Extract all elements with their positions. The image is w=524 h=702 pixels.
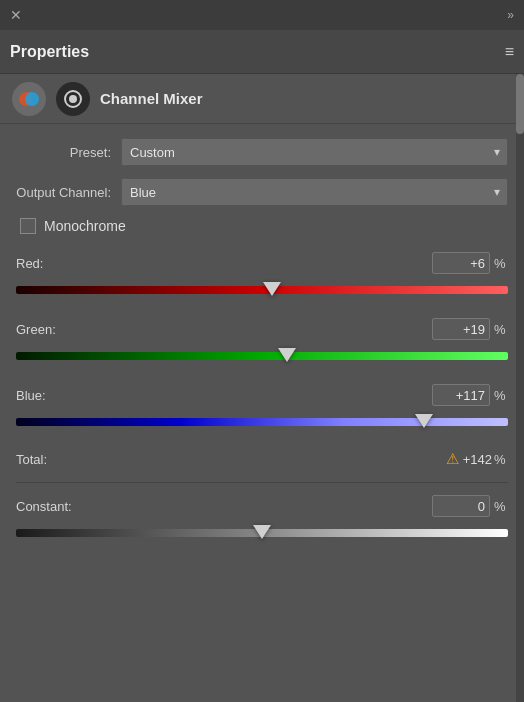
red-slider-track-container[interactable]: [16, 278, 508, 308]
svg-point-1: [25, 92, 39, 106]
total-label: Total:: [16, 452, 446, 467]
green-track: [16, 352, 508, 360]
output-channel-select-wrapper: Red Green Blue ▾: [121, 178, 508, 206]
output-channel-select[interactable]: Red Green Blue: [121, 178, 508, 206]
panel-title: Properties: [10, 43, 89, 61]
red-slider-header: Red: %: [16, 252, 508, 274]
green-value-input[interactable]: [432, 318, 490, 340]
green-label: Green:: [16, 322, 432, 337]
red-slider-section: Red: %: [16, 252, 508, 308]
warning-icon: ⚠: [446, 450, 459, 468]
constant-thumb[interactable]: [253, 525, 271, 539]
monochrome-checkbox[interactable]: [20, 218, 36, 234]
constant-percent: %: [494, 499, 508, 514]
title-bar: ✕ »: [0, 0, 524, 30]
blue-value-input[interactable]: [432, 384, 490, 406]
main-content: Preset: Custom Default ▾ Output Channel:…: [0, 124, 524, 575]
blue-percent: %: [494, 388, 508, 403]
red-label: Red:: [16, 256, 432, 271]
divider: [16, 482, 508, 483]
preset-row: Preset: Custom Default ▾: [16, 138, 508, 166]
blue-slider-track-container[interactable]: [16, 410, 508, 440]
red-value-input[interactable]: [432, 252, 490, 274]
channel-mixer-icon-1: [12, 82, 46, 116]
scroll-thumb[interactable]: [516, 74, 524, 134]
menu-icon[interactable]: ≡: [505, 43, 514, 61]
preset-select[interactable]: Custom Default: [121, 138, 508, 166]
preset-select-wrapper: Custom Default ▾: [121, 138, 508, 166]
preset-label: Preset:: [16, 145, 121, 160]
double-arrow-icon[interactable]: »: [507, 8, 514, 22]
constant-slider-header: Constant: %: [16, 495, 508, 517]
blue-slider-header: Blue: %: [16, 384, 508, 406]
green-slider-section: Green: %: [16, 318, 508, 374]
constant-label: Constant:: [16, 499, 432, 514]
scrollbar[interactable]: [516, 74, 524, 702]
blue-thumb[interactable]: [415, 414, 433, 428]
monochrome-label: Monochrome: [44, 218, 126, 234]
red-thumb[interactable]: [263, 282, 281, 296]
total-row: Total: ⚠ +142 %: [16, 450, 508, 468]
monochrome-row: Monochrome: [16, 218, 508, 234]
green-slider-track-container[interactable]: [16, 344, 508, 374]
close-icon[interactable]: ✕: [10, 7, 22, 23]
output-channel-label: Output Channel:: [16, 185, 121, 200]
red-percent: %: [494, 256, 508, 271]
total-value: +142: [463, 452, 492, 467]
total-percent: %: [494, 452, 508, 467]
channel-mixer-icon-2: [56, 82, 90, 116]
constant-value-input[interactable]: [432, 495, 490, 517]
channel-mixer-label: Channel Mixer: [100, 90, 203, 107]
constant-slider-section: Constant: %: [16, 495, 508, 551]
blue-label: Blue:: [16, 388, 432, 403]
constant-slider-track-container[interactable]: [16, 521, 508, 551]
green-percent: %: [494, 322, 508, 337]
svg-point-3: [69, 95, 77, 103]
green-thumb[interactable]: [278, 348, 296, 362]
output-channel-row: Output Channel: Red Green Blue ▾: [16, 178, 508, 206]
green-slider-header: Green: %: [16, 318, 508, 340]
panel-header: Properties ≡: [0, 30, 524, 74]
channel-mixer-row: Channel Mixer: [0, 74, 524, 124]
blue-slider-section: Blue: %: [16, 384, 508, 440]
blue-track: [16, 418, 508, 426]
